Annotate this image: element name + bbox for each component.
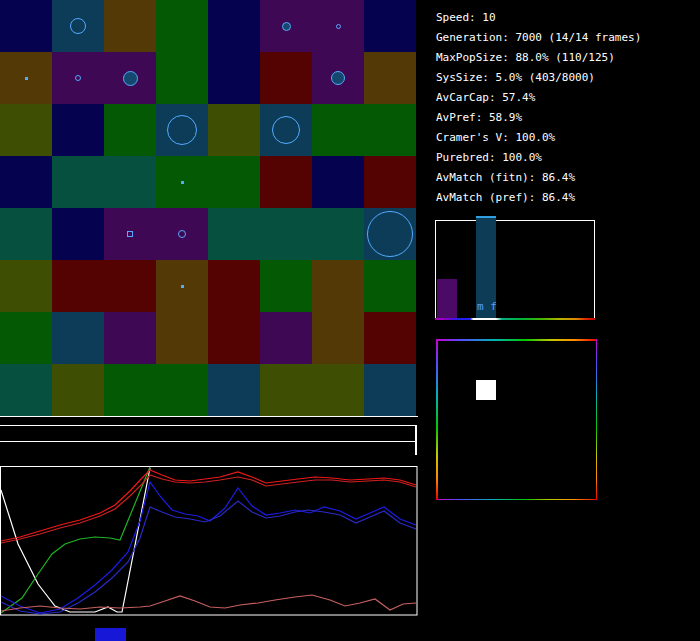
- map-marker: [476, 380, 496, 400]
- organism-open-marker: [75, 75, 81, 81]
- grid-cell: [0, 208, 52, 260]
- grid-cell: [0, 312, 52, 364]
- grid-cell: [208, 364, 260, 416]
- world-bottom-border: [0, 416, 418, 417]
- progress-end-tick: [415, 425, 417, 455]
- organism-open-marker: [336, 24, 341, 29]
- grid-cell: [312, 260, 364, 312]
- stat-generation: Generation: 7000 (14/14 frames): [436, 28, 696, 48]
- grid-cell: [52, 312, 104, 364]
- stat-syssize: SysSize: 5.0% (403/8000): [436, 68, 696, 88]
- separator-line-bottom: [0, 441, 416, 442]
- grid-cell: [312, 208, 364, 260]
- grid-cell: [312, 364, 364, 416]
- series-green-rise: [1, 467, 150, 613]
- stat-speed: Speed: 10: [436, 8, 696, 28]
- taskbar-item[interactable]: [95, 628, 126, 641]
- map-border-right: [596, 339, 598, 500]
- map-border-left: [436, 339, 438, 500]
- stat-avmatch-fitn: AvMatch (fitn): 86.4%: [436, 168, 696, 188]
- hue-spectrum-axis: [435, 318, 595, 320]
- grid-cell: [208, 312, 260, 364]
- grid-cell: [52, 156, 104, 208]
- grid-cell: [104, 156, 156, 208]
- grid-cell: [260, 208, 312, 260]
- grid-cell: [364, 364, 416, 416]
- grid-cell: [364, 104, 416, 156]
- preference-map-box: [436, 339, 597, 500]
- grid-cell: [364, 52, 416, 104]
- grid-cell: [364, 0, 416, 52]
- series-blue-1: [1, 482, 416, 613]
- map-border-bottom: [436, 499, 597, 501]
- grid-cell: [260, 156, 312, 208]
- grid-cell: [104, 0, 156, 52]
- grid-cell: [260, 364, 312, 416]
- organism-dot-marker: [181, 181, 184, 184]
- grid-cell: [156, 52, 208, 104]
- organism-square-marker: [127, 231, 133, 237]
- grid-cell: [104, 260, 156, 312]
- grid-cell: [208, 208, 260, 260]
- grid-cell: [208, 104, 260, 156]
- stats-panel: Speed: 10 Generation: 7000 (14/14 frames…: [436, 8, 696, 208]
- map-border-top: [436, 339, 597, 341]
- grid-cell: [0, 364, 52, 416]
- grid-cell: [260, 52, 312, 104]
- grid-cell: [0, 104, 52, 156]
- grid-cell: [156, 312, 208, 364]
- grid-cell: [208, 260, 260, 312]
- organism-open-marker: [167, 115, 197, 145]
- grid-cell: [208, 0, 260, 52]
- grid-cell: [208, 52, 260, 104]
- grid-cell: [104, 364, 156, 416]
- organism-filled-marker: [282, 22, 291, 31]
- series-red-2: [1, 475, 416, 543]
- stat-maxpopsize: MaxPopSize: 88.0% (110/125): [436, 48, 696, 68]
- history-chart-border: [1, 467, 418, 616]
- organism-open-marker: [70, 18, 86, 34]
- grid-cell: [52, 260, 104, 312]
- bar-m: [437, 279, 457, 319]
- world-grid[interactable]: [0, 0, 416, 416]
- grid-cell: [312, 312, 364, 364]
- stat-avcarcap: AvCarCap: 57.4%: [436, 88, 696, 108]
- organism-open-marker: [272, 116, 300, 144]
- grid-cell: [104, 104, 156, 156]
- organism-open-marker: [367, 211, 413, 257]
- series-red-1: [1, 470, 416, 541]
- organism-open-marker: [178, 230, 186, 238]
- stat-cramers-v: Cramer's V: 100.0%: [436, 128, 696, 148]
- grid-cell: [312, 156, 364, 208]
- organism-dot-marker: [25, 77, 28, 80]
- sex-histogram: m f: [435, 220, 595, 320]
- grid-cell: [0, 0, 52, 52]
- grid-cell: [104, 312, 156, 364]
- grid-cell: [52, 208, 104, 260]
- history-line-chart: [0, 466, 418, 616]
- separator-line-top: [0, 425, 416, 426]
- grid-cell: [260, 312, 312, 364]
- grid-cell: [0, 260, 52, 312]
- grid-cell: [364, 156, 416, 208]
- histogram-axis-label: m f: [477, 300, 497, 313]
- grid-cell: [156, 364, 208, 416]
- grid-cell: [208, 156, 260, 208]
- grid-cell: [364, 260, 416, 312]
- stat-purebred: Purebred: 100.0%: [436, 148, 696, 168]
- grid-cell: [364, 312, 416, 364]
- stat-avpref: AvPref: 58.9%: [436, 108, 696, 128]
- grid-cell: [52, 104, 104, 156]
- stat-avmatch-pref: AvMatch (pref): 86.4%: [436, 188, 696, 208]
- grid-cell: [312, 104, 364, 156]
- grid-cell: [52, 364, 104, 416]
- series-pink-low: [1, 595, 416, 611]
- grid-cell: [260, 260, 312, 312]
- grid-cell: [156, 0, 208, 52]
- organism-dot-marker: [181, 285, 184, 288]
- organism-filled-marker: [123, 71, 138, 86]
- organism-filled-marker: [331, 71, 345, 85]
- grid-cell: [0, 156, 52, 208]
